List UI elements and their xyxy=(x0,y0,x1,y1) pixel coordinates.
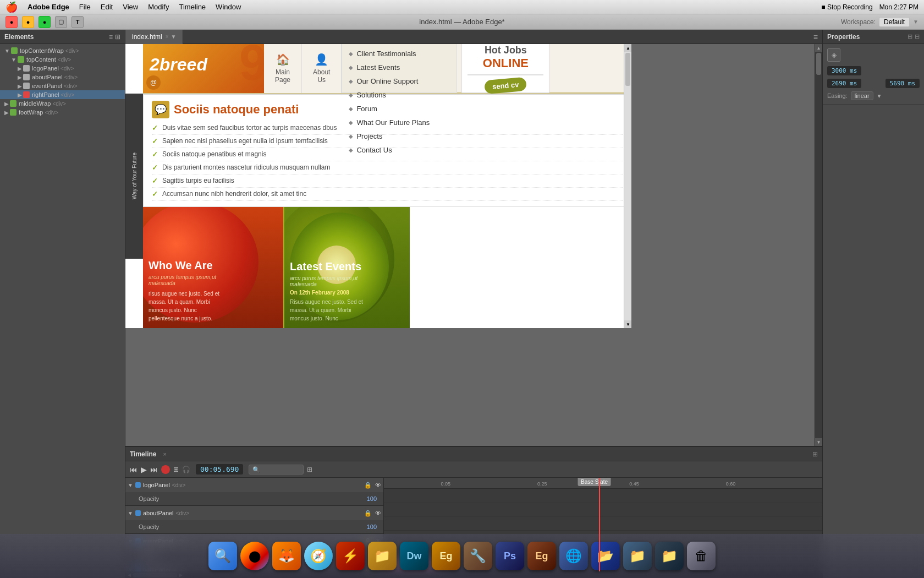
tl-filter-btn[interactable]: ⊞ xyxy=(307,466,312,473)
workspace-dropdown-icon[interactable]: ▼ xyxy=(913,19,919,25)
tl-lock-icon[interactable]: 🔒 xyxy=(364,482,372,489)
scroll-down-btn[interactable]: ▼ xyxy=(624,320,631,328)
dock-folder1[interactable]: 📁 xyxy=(368,542,397,570)
tab-dropdown-icon[interactable]: ▼ xyxy=(171,34,177,40)
scroll-up-btn[interactable]: ▲ xyxy=(624,44,631,52)
hot-jobs-sendcv[interactable]: send cv xyxy=(484,77,527,94)
minimize-btn[interactable]: ● xyxy=(22,16,34,28)
tree-item-footwrap[interactable]: ▶ footWrap <div> xyxy=(0,108,125,117)
menu-item-support[interactable]: ◆ Our Online Support xyxy=(342,74,457,88)
tree-item-logopanel[interactable]: ▶ logoPanel <div> xyxy=(0,64,125,73)
dock-chrome[interactable]: ⬤ xyxy=(240,542,269,570)
prop-time1[interactable]: 3000 ms xyxy=(827,66,861,75)
prop-time2[interactable]: 2690 ms xyxy=(827,79,861,88)
easing-dropdown-icon[interactable]: ▼ xyxy=(877,93,882,99)
dock-edge2[interactable]: Eg xyxy=(527,542,556,570)
menu-item-future[interactable]: ◆ What Our Future Plans xyxy=(342,116,457,129)
edit-menu[interactable]: Edit xyxy=(101,3,113,11)
tree-item-topcontent[interactable]: ▼ topContent <div> xyxy=(0,55,125,64)
scroll-thumb[interactable] xyxy=(625,53,630,86)
window-menu[interactable]: Window xyxy=(216,3,241,11)
dock-finder[interactable]: 🔍 xyxy=(208,542,237,570)
tree-item-rightpanel[interactable]: ▶ rightPanel <div> xyxy=(0,90,125,99)
menu-item-projects[interactable]: ◆ Projects xyxy=(342,129,457,143)
canvas-scroll-down[interactable]: ▼ xyxy=(815,438,822,446)
tl-play-btn[interactable]: ▶ xyxy=(141,465,147,474)
apple-menu[interactable]: 🍎 xyxy=(6,1,18,13)
timeline-menu[interactable]: Timeline xyxy=(179,3,206,11)
prop-time3[interactable]: 5690 ms xyxy=(886,79,920,88)
canvas-options-icon[interactable]: ≡ xyxy=(809,32,822,41)
dock-safari[interactable]: 🧭 xyxy=(304,542,333,570)
dock-tool1[interactable]: 🔧 xyxy=(464,542,492,570)
element-tree: ▼ topContentWrap <div> ▼ topContent <div… xyxy=(0,44,125,578)
tree-item-aboutpanel[interactable]: ▶ aboutPanel <div> xyxy=(0,73,125,81)
canvas-scrollbar[interactable]: ▲ ▼ xyxy=(815,44,822,446)
canvas-tab-close[interactable]: × xyxy=(166,34,169,40)
tl-record-btn[interactable] xyxy=(161,465,170,474)
webpage-scrollbar[interactable]: ▲ ▼ xyxy=(624,44,631,328)
tl-opacity-row: Opacity 100 xyxy=(125,520,383,533)
menu-item-testimonials[interactable]: ◆ Client Testimonials xyxy=(342,47,457,61)
tl-lock-icon[interactable]: 🔒 xyxy=(364,510,372,517)
text-tool[interactable]: T xyxy=(72,16,84,28)
about-nav-btn[interactable]: 👤 AboutUs xyxy=(302,44,342,93)
prop-icon1[interactable]: ⊞ xyxy=(908,33,912,40)
panel-body: risus augue nec justo. Sed et massa. Ut … xyxy=(148,290,278,323)
dock-flash[interactable]: ⚡ xyxy=(336,542,365,570)
dock-edge1[interactable]: Eg xyxy=(432,542,460,570)
timeline-close[interactable]: × xyxy=(163,451,166,457)
close-btn[interactable]: ● xyxy=(6,16,18,28)
tl-layer-header-logopanel[interactable]: ▼ logoPanel <div> 🔒 👁 xyxy=(125,478,383,492)
web-logo[interactable]: 9 2breed @ xyxy=(143,44,264,93)
canvas-area[interactable]: Way of Your Future 9 2breed @ 🏠 MainPa xyxy=(125,44,822,446)
dock-folder3[interactable]: 📁 xyxy=(623,542,652,570)
tl-visibility-icon[interactable]: 👁 xyxy=(375,482,381,489)
modify-menu[interactable]: Modify xyxy=(148,3,169,11)
tree-color-dot xyxy=(23,65,30,72)
tl-headphone-btn[interactable]: 🎧 xyxy=(182,466,190,473)
elements-icon2[interactable]: ⊞ xyxy=(115,33,120,41)
tl-playhead[interactable] xyxy=(599,478,600,571)
prop-icon2[interactable]: ⊟ xyxy=(915,33,920,40)
menu-item-contact[interactable]: ◆ Contact Us xyxy=(342,143,457,157)
tl-search-input[interactable] xyxy=(249,465,304,475)
easing-value[interactable]: linear xyxy=(851,91,873,100)
canvas-tab-indexhtml[interactable]: index.html × ▼ xyxy=(125,30,183,44)
file-menu[interactable]: File xyxy=(79,3,91,11)
hot-jobs-title: Hot Jobs ONLINE xyxy=(483,45,529,71)
dock-browser[interactable]: 🌐 xyxy=(559,542,588,570)
tree-item-eventpanel[interactable]: ▶ eventPanel <div> xyxy=(0,81,125,90)
tl-visibility-icon[interactable]: 👁 xyxy=(375,510,381,517)
window-controls[interactable]: ● ● ● ▢ T xyxy=(6,16,84,28)
elements-icon1[interactable]: ≡ xyxy=(109,33,113,41)
tree-item-middlewrap[interactable]: ▶ middleWrap <div> xyxy=(0,99,125,108)
menu-item-forum[interactable]: ◆ Forum xyxy=(342,102,457,116)
maximize-btn[interactable]: ● xyxy=(38,16,51,28)
select-tool[interactable]: ▢ xyxy=(55,16,67,28)
dock-folder2[interactable]: 📂 xyxy=(591,542,620,570)
workspace-value[interactable]: Default xyxy=(879,17,910,27)
tl-rewind-btn[interactable]: ⏮ xyxy=(130,465,138,474)
properties-title: Properties xyxy=(827,33,860,41)
tl-eject-btn[interactable]: ⊞ xyxy=(173,466,179,473)
tl-layer-header-aboutpanel[interactable]: ▼ aboutPanel <div> 🔒 👁 xyxy=(125,506,383,520)
dock-folder4[interactable]: 📁 xyxy=(655,542,684,570)
view-menu[interactable]: View xyxy=(123,3,138,11)
tl-forward-btn[interactable]: ⏭ xyxy=(150,465,158,474)
menu-item-solutions[interactable]: ◆ Solutions xyxy=(342,88,457,102)
dock-trash[interactable]: 🗑 xyxy=(687,542,716,570)
tree-item-topcontentwrap[interactable]: ▼ topContentWrap <div> xyxy=(0,46,125,55)
dock-ps[interactable]: Ps xyxy=(496,542,524,570)
stop-recording[interactable]: ■ Stop Recording xyxy=(821,3,872,11)
main-page-nav-btn[interactable]: 🏠 MainPage xyxy=(264,44,302,93)
app-name-menu[interactable]: Adobe Edge xyxy=(28,3,69,11)
timeline-options[interactable]: ⊞ xyxy=(812,450,818,458)
menu-item-events[interactable]: ◆ Latest Events xyxy=(342,61,457,74)
canvas-scroll-up[interactable]: ▲ xyxy=(815,44,822,52)
dock-dw[interactable]: Dw xyxy=(400,542,428,570)
workspace-selector[interactable]: Workspace: Default ▼ xyxy=(841,17,919,27)
hot-jobs-box[interactable]: Hot Jobs ONLINE send cv xyxy=(461,44,549,93)
dock-firefox[interactable]: 🦊 xyxy=(272,542,301,570)
canvas-scroll-thumb[interactable] xyxy=(816,53,821,75)
